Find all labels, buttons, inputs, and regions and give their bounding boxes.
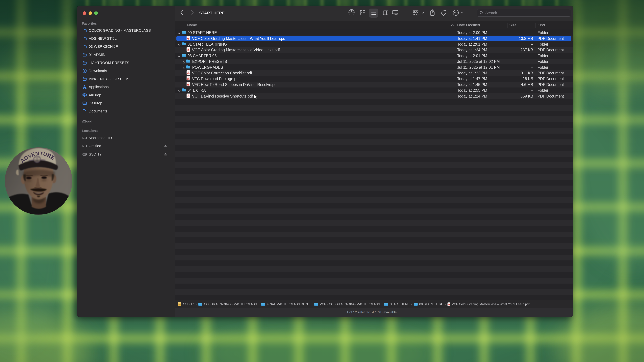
svg-text:PDF: PDF <box>187 96 190 97</box>
svg-text:PDF: PDF <box>187 85 190 86</box>
svg-text:PDF: PDF <box>187 50 190 51</box>
svg-text:PDF: PDF <box>448 305 450 306</box>
svg-text:PDF: PDF <box>187 38 190 40</box>
svg-text:PDF: PDF <box>187 73 190 75</box>
svg-text:PDF: PDF <box>187 79 190 80</box>
